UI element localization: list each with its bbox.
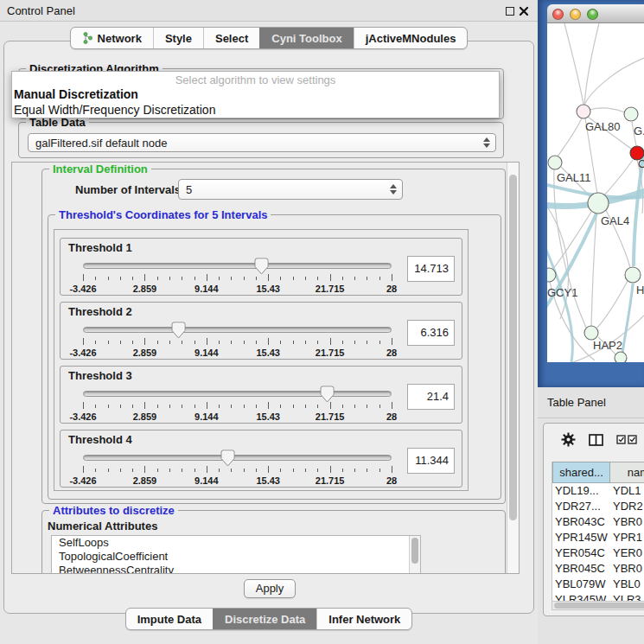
threshold-value-field[interactable]: 11.344	[407, 448, 455, 474]
split-columns-icon[interactable]	[589, 434, 603, 446]
table-row[interactable]: YDL19...YDL1	[552, 483, 644, 499]
node-pink[interactable]	[577, 105, 590, 118]
slider-thumb[interactable]	[320, 386, 335, 403]
tick-label: -3.426	[69, 411, 96, 422]
apply-button[interactable]: Apply	[244, 579, 296, 598]
control-panel: Control Panel Discretization Algorithm T…	[0, 0, 538, 644]
threshold-value-field[interactable]: 14.713	[407, 256, 455, 282]
attribute-item-selfloops[interactable]: SelfLoops	[52, 536, 420, 550]
threshold-slider[interactable]: -3.4262.8599.14415.4321.71528	[83, 455, 392, 486]
tab-network[interactable]: Network	[71, 28, 153, 48]
node-right-h[interactable]	[625, 267, 641, 283]
node-table: shared... name YDL19...YDL1YDR27...YDR2Y…	[552, 462, 644, 602]
threshold-slider[interactable]: -3.4262.8599.14415.4321.71528	[83, 263, 392, 294]
tab-style[interactable]: Style	[153, 28, 203, 48]
network-edge	[584, 58, 644, 105]
tab-discretize-data[interactable]: Discretize Data	[213, 609, 316, 629]
tab-select[interactable]: Select	[203, 28, 259, 48]
scrollbar-thumb[interactable]	[411, 538, 418, 564]
table-data-combobox[interactable]: galFiltered.sif default node	[28, 133, 496, 152]
minimize-traffic-light-icon[interactable]	[570, 9, 581, 20]
threshold-block-threshold-4: Threshold 4-3.4262.8599.14415.4321.71528…	[60, 430, 462, 488]
node-gal4[interactable]	[588, 193, 609, 214]
table-panel: shared... name YDL19...YDL1YDR27...YDR2Y…	[543, 423, 644, 616]
threshold-value-field[interactable]: 6.316	[407, 320, 455, 346]
slider-thumb[interactable]	[254, 258, 269, 275]
tab-jactivemnodules[interactable]: jActiveMNodules	[354, 28, 468, 48]
settings-scrollbar[interactable]	[507, 163, 519, 573]
node-label-gal4: GAL4	[601, 214, 629, 227]
slider-track[interactable]	[83, 327, 392, 333]
node-top-right[interactable]	[624, 107, 638, 121]
tick-mark	[379, 405, 380, 408]
float-window-icon[interactable]	[506, 7, 514, 16]
tick-mark	[305, 405, 306, 408]
scrollbar-thumb[interactable]	[509, 175, 517, 520]
numerical-attributes-list[interactable]: SelfLoopsTopologicalCoefficientBetweenne…	[51, 535, 421, 574]
threshold-label: Threshold 4	[68, 433, 132, 446]
tick-mark	[280, 469, 281, 472]
tick-mark	[367, 341, 367, 344]
algorithm-option-manual-discretization[interactable]: Manual Discretization	[12, 86, 499, 102]
table-horizontal-scrollbar[interactable]	[552, 601, 644, 610]
tick-mark	[317, 405, 318, 408]
tick-label: 15.43	[256, 284, 280, 294]
tab-infer-network[interactable]: Infer Network	[316, 609, 411, 629]
tick-mark	[194, 469, 195, 472]
algorithm-option-equal-width-frequency-discretization[interactable]: Equal Width/Frequency Discretization	[12, 102, 499, 118]
tick-mark	[305, 469, 306, 472]
network-canvas[interactable]: GAL80GAL11GAL4GCY1HAP2G.CH	[547, 23, 644, 362]
slider-thumb[interactable]	[171, 322, 186, 339]
attribute-item-betweennesscentrality[interactable]: BetweennessCentrality	[52, 564, 420, 574]
node-left[interactable]	[548, 156, 562, 169]
tick-mark	[157, 341, 158, 344]
tab-label: Style	[165, 32, 192, 45]
tick-mark	[219, 277, 220, 280]
column-header-shared-name[interactable]: shared...	[552, 462, 610, 483]
tick-mark	[120, 405, 121, 408]
tick-mark	[231, 277, 232, 280]
table-row[interactable]: YDR27...YDR2	[552, 499, 644, 514]
table-row[interactable]: YBR043CYBR0	[552, 514, 644, 530]
tick-mark	[330, 338, 331, 345]
tick-mark	[342, 341, 343, 344]
threshold-slider[interactable]: -3.4262.8599.14415.4321.71528	[83, 327, 392, 358]
tick-mark	[293, 341, 294, 344]
slider-thumb[interactable]	[220, 450, 235, 467]
tick-mark	[144, 338, 145, 345]
number-of-intervals-combobox[interactable]: 5	[178, 179, 403, 200]
threshold-slider[interactable]: -3.4262.8599.14415.4321.71528	[83, 391, 392, 422]
table-row[interactable]: YBL079WYBL0	[552, 577, 644, 592]
tick-label: 21.715	[316, 348, 345, 358]
tab-cyni-toolbox[interactable]: Cyni Toolbox	[259, 28, 353, 48]
table-row[interactable]: YBR045CYBR0	[552, 561, 644, 577]
slider-track[interactable]	[83, 263, 392, 269]
tick-mark	[207, 274, 207, 281]
column-header-name[interactable]: name	[610, 462, 644, 483]
checkbox-icon[interactable]	[628, 435, 637, 444]
tick-mark	[330, 402, 331, 409]
node-bottom[interactable]	[615, 352, 627, 362]
slider-track[interactable]	[83, 391, 392, 397]
network-window-titlebar[interactable]	[547, 4, 644, 23]
scrollbar-thumb[interactable]	[554, 603, 644, 609]
control-panel-titlebar: Control Panel	[0, 0, 538, 22]
gear-icon[interactable]	[561, 432, 576, 447]
checkbox-icon[interactable]	[616, 435, 626, 444]
slider-track[interactable]	[83, 455, 392, 461]
tick-mark	[219, 405, 220, 408]
tick-mark	[317, 469, 318, 472]
table-row[interactable]: YPR145WYPR1	[552, 530, 644, 545]
close-icon[interactable]	[519, 6, 529, 16]
attribute-item-topologicalcoefficient[interactable]: TopologicalCoefficient	[52, 550, 420, 564]
tick-mark	[83, 466, 84, 473]
attributes-scrollbar[interactable]	[409, 536, 420, 574]
tick-label: 9.144	[194, 284, 219, 294]
threshold-value-field[interactable]: 21.4	[407, 384, 455, 410]
table-row[interactable]: YER054CYER0	[552, 545, 644, 561]
tab-impute-data[interactable]: Impute Data	[126, 609, 213, 629]
zoom-traffic-light-icon[interactable]	[587, 9, 598, 20]
close-traffic-light-icon[interactable]	[552, 9, 564, 20]
tick-mark	[108, 341, 109, 344]
node-hap2[interactable]	[584, 326, 598, 340]
